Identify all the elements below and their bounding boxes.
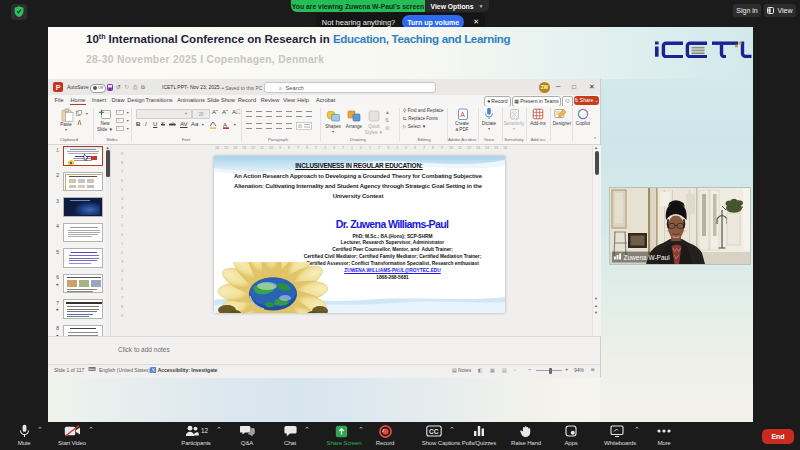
svg-text:CC: CC xyxy=(429,428,439,435)
svg-text:A: A xyxy=(460,111,465,118)
svg-text:Zuwena W-Paul: Zuwena W-Paul xyxy=(624,254,671,261)
svg-text:A: A xyxy=(223,122,227,128)
